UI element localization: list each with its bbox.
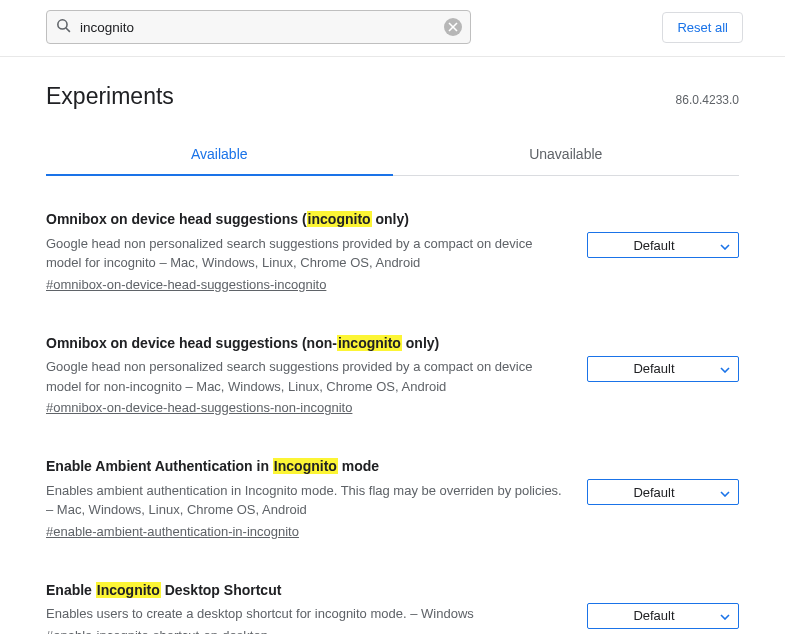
svg-point-0 — [58, 20, 67, 29]
search-box[interactable] — [46, 10, 471, 44]
select-label: Default — [588, 361, 720, 376]
chevron-down-icon — [720, 485, 730, 500]
experiment-title: Omnibox on device head suggestions (non-… — [46, 334, 567, 354]
search-highlight: incognito — [307, 211, 372, 227]
experiment-select[interactable]: Default — [587, 603, 739, 629]
top-bar: Reset all — [0, 0, 785, 57]
experiment-hash-link[interactable]: #enable-ambient-authentication-in-incogn… — [46, 524, 299, 539]
experiment-hash-link[interactable]: #omnibox-on-device-head-suggestions-non-… — [46, 400, 352, 415]
experiment-row: Omnibox on device head suggestions (non-… — [46, 334, 739, 416]
experiment-select[interactable]: Default — [587, 356, 739, 382]
tabs: Available Unavailable — [46, 134, 739, 176]
page-title: Experiments — [46, 83, 174, 110]
chevron-down-icon — [720, 608, 730, 623]
experiments-list: Omnibox on device head suggestions (inco… — [46, 210, 739, 634]
chevron-down-icon — [720, 361, 730, 376]
svg-line-1 — [66, 28, 70, 32]
experiment-select[interactable]: Default — [587, 479, 739, 505]
search-input[interactable] — [72, 20, 444, 35]
search-highlight: Incognito — [96, 582, 161, 598]
experiment-description: Enables users to create a desktop shortc… — [46, 604, 567, 624]
experiment-title: Omnibox on device head suggestions (inco… — [46, 210, 567, 230]
experiment-description: Google head non personalized search sugg… — [46, 234, 567, 273]
experiment-description: Google head non personalized search sugg… — [46, 357, 567, 396]
experiment-hash-link[interactable]: #enable-incognito-shortcut-on-desktop — [46, 628, 268, 634]
select-label: Default — [588, 608, 720, 623]
chevron-down-icon — [720, 238, 730, 253]
experiment-description: Enables ambient authentication in Incogn… — [46, 481, 567, 520]
experiment-title: Enable Incognito Desktop Shortcut — [46, 581, 567, 601]
clear-search-button[interactable] — [444, 18, 462, 36]
experiment-select[interactable]: Default — [587, 232, 739, 258]
version-label: 86.0.4233.0 — [676, 93, 739, 107]
experiment-row: Enable Incognito Desktop Shortcut Enable… — [46, 581, 739, 634]
tab-available[interactable]: Available — [46, 134, 393, 175]
select-label: Default — [588, 485, 720, 500]
experiment-hash-link[interactable]: #omnibox-on-device-head-suggestions-inco… — [46, 277, 326, 292]
search-highlight: Incognito — [273, 458, 338, 474]
tab-unavailable[interactable]: Unavailable — [393, 134, 740, 175]
title-row: Experiments 86.0.4233.0 — [46, 83, 739, 110]
experiment-row: Enable Ambient Authentication in Incogni… — [46, 457, 739, 539]
experiment-row: Omnibox on device head suggestions (inco… — [46, 210, 739, 292]
select-label: Default — [588, 238, 720, 253]
reset-all-button[interactable]: Reset all — [662, 12, 743, 43]
experiment-title: Enable Ambient Authentication in Incogni… — [46, 457, 567, 477]
search-highlight: incognito — [337, 335, 402, 351]
search-icon — [55, 17, 72, 37]
